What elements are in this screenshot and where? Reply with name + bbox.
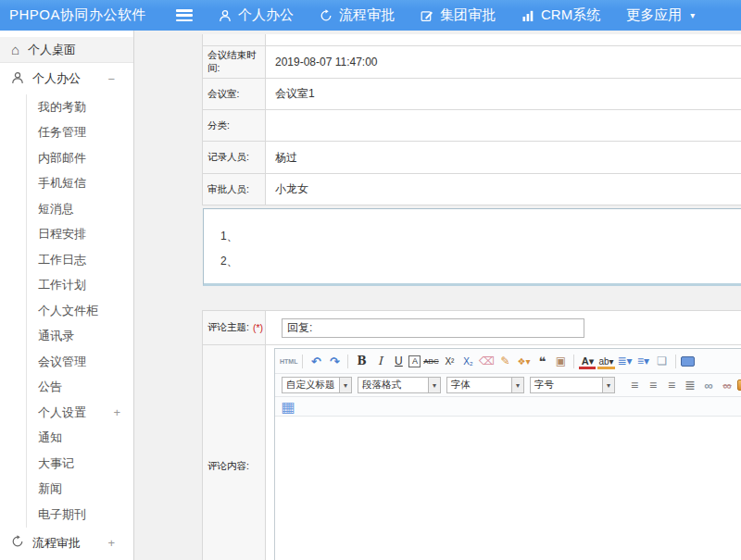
caret-down-icon[interactable]: ▾	[428, 378, 440, 392]
comment-form-table: 评论主题: (*) 评论内容: HTML ↶	[202, 310, 741, 560]
sidebar-item[interactable]: 个人设置 +	[27, 400, 133, 426]
menu-toggle-icon[interactable]	[176, 9, 193, 21]
char-border-icon[interactable]: A	[408, 355, 421, 367]
field-label: 会议结束时间:	[203, 46, 266, 78]
unordered-list-icon[interactable]: ≡▾	[635, 354, 652, 369]
field-label: 记录人员:	[203, 142, 266, 173]
sidebar-item[interactable]: 工作计划	[27, 273, 133, 299]
link-icon[interactable]: ∞	[700, 378, 717, 393]
caret-down-icon[interactable]: ▾	[511, 378, 523, 392]
caret-down-icon[interactable]: ▾	[339, 378, 351, 392]
field-label: 会议室:	[203, 79, 266, 109]
rich-text-editor: HTML ↶ ↷ B I	[274, 348, 741, 560]
caret-down-icon[interactable]: ▾	[602, 378, 614, 392]
sidebar-item[interactable]: 通知	[27, 426, 133, 452]
editor-toolbar-row2: 自定义标题 ▾ 段落格式 ▾ 字体	[275, 374, 741, 397]
sidebar-item[interactable]: 工作日志	[27, 247, 133, 273]
sidebar-item[interactable]: 我的考勤	[27, 94, 133, 120]
sidebar-item[interactable]: 电子期刊	[27, 502, 133, 528]
underline-icon[interactable]: U	[390, 354, 407, 369]
field-label	[203, 34, 266, 45]
editor-select[interactable]: 自定义标题 ▾	[282, 377, 352, 393]
highlight-color-icon[interactable]: ab▾	[597, 354, 614, 369]
blockquote-icon[interactable]: ❝	[534, 354, 550, 369]
sidebar-item[interactable]: 通讯录	[27, 324, 133, 350]
editor-content-area[interactable]	[275, 417, 741, 560]
editor-select[interactable]: 段落格式 ▾	[358, 377, 441, 393]
font-color-icon[interactable]: A▾	[579, 354, 596, 369]
collapse-toggle[interactable]: −	[107, 72, 115, 86]
separator[interactable]	[302, 355, 303, 368]
sidebar-item[interactable]: 大事记	[27, 451, 133, 477]
align-center-icon[interactable]: ≡	[645, 378, 661, 393]
source-code-icon[interactable]: HTML	[280, 354, 297, 369]
undo-icon[interactable]: ↶	[308, 354, 324, 369]
meeting-detail-table: 会议结束时间: 2019-08-07 11:47:00 会议室: 会议室1 分类…	[202, 34, 741, 205]
comment-subject-input[interactable]	[282, 318, 584, 338]
sidebar-item[interactable]: 会议管理	[27, 349, 133, 375]
nav-group-approval[interactable]: 集团审批	[421, 6, 496, 24]
separator[interactable]	[675, 355, 676, 368]
field-value	[266, 34, 741, 45]
nav-workflow-approval[interactable]: 流程审批	[320, 6, 395, 24]
unlink-icon[interactable]: ∞	[719, 378, 735, 393]
sidebar-item[interactable]: 公告	[27, 375, 133, 401]
sidebar-group-workflow-approval[interactable]: 流程审批 +	[0, 528, 133, 559]
custom-style-icon[interactable]: ❖▾	[515, 354, 532, 369]
main-content: 会议结束时间: 2019-08-07 11:47:00 会议室: 会议室1 分类…	[134, 31, 741, 560]
align-right-icon[interactable]: ≡	[663, 378, 680, 393]
expand-toggle[interactable]: +	[107, 536, 115, 550]
app-logo: PHPOA协同办公软件	[0, 6, 176, 24]
sidebar-item[interactable]: 任务管理	[27, 120, 133, 146]
separator[interactable]	[347, 355, 348, 368]
superscript-icon[interactable]: X²	[441, 354, 458, 369]
flow-approval-icon	[11, 535, 24, 551]
top-navigation: 个人办公 流程审批 集团审批 CRM系统 更多应用 ▾	[219, 6, 695, 24]
sidebar-item[interactable]: 日程安排	[27, 222, 133, 248]
redo-icon[interactable]: ↷	[326, 354, 343, 369]
meeting-minutes-box: 1、 2、	[203, 208, 741, 286]
subscript-icon[interactable]: X₂	[459, 354, 476, 369]
field-label: 审批人员:	[203, 174, 266, 205]
sidebar-item[interactable]: 短消息	[27, 196, 133, 222]
nav-personal-office[interactable]: 个人办公	[219, 6, 294, 24]
field-value: 杨过	[266, 142, 741, 173]
format-painter-icon[interactable]: ✎	[496, 354, 513, 369]
sidebar-item[interactable]: 个人文件柜	[27, 298, 133, 324]
comment-content-row: 评论内容: HTML ↶ ↷	[203, 345, 741, 560]
sidebar-item[interactable]: 内部邮件	[27, 145, 133, 171]
field-value: 会议室1	[266, 79, 741, 109]
field-value: 小龙女	[266, 174, 741, 205]
sidebar-item[interactable]: 新闻	[27, 477, 133, 503]
editor-toolbar-row3: ▦	[275, 397, 741, 417]
expand-toggle[interactable]: +	[113, 405, 120, 419]
editor-select[interactable]: 字体 ▾	[446, 377, 524, 393]
insert-table-icon[interactable]: ▦	[280, 399, 296, 415]
editor-select[interactable]: 字号 ▾	[530, 377, 615, 393]
new-page-icon[interactable]: ❏	[654, 354, 671, 369]
italic-icon[interactable]: I	[371, 354, 388, 369]
sidebar-item[interactable]: 手机短信	[27, 171, 133, 197]
table-row: 分类:	[203, 110, 741, 142]
justify-icon[interactable]: ≣	[682, 378, 698, 393]
comment-subject-row: 评论主题: (*)	[203, 311, 741, 345]
sidebar: ⌂ 个人桌面 个人办公 − 我的考勤 任务管理 内部邮件	[0, 31, 134, 560]
table-row: 会议室: 会议室1	[203, 79, 741, 110]
table-row	[203, 34, 741, 46]
sidebar-item-desktop[interactable]: ⌂ 个人桌面	[0, 37, 133, 63]
fullscreen-icon[interactable]	[681, 356, 695, 367]
nav-crm-system[interactable]: CRM系统	[521, 6, 600, 24]
bold-icon[interactable]: B	[353, 354, 370, 369]
strikethrough-icon[interactable]: ABC	[422, 354, 439, 369]
align-left-icon[interactable]: ≡	[626, 378, 643, 393]
comment-subject-label: 评论主题: (*)	[203, 311, 266, 344]
eraser-icon[interactable]: ⌫	[478, 354, 495, 369]
nav-more-apps[interactable]: 更多应用 ▾	[626, 6, 695, 24]
separator[interactable]	[573, 355, 574, 368]
table-row: 会议结束时间: 2019-08-07 11:47:00	[203, 46, 741, 79]
field-label: 分类:	[203, 110, 266, 141]
ordered-list-icon[interactable]: ≣▾	[617, 354, 634, 369]
image-icon[interactable]	[737, 380, 741, 391]
paste-icon[interactable]: ▣	[552, 354, 569, 369]
sidebar-group-personal-office[interactable]: 个人办公 −	[0, 63, 133, 94]
